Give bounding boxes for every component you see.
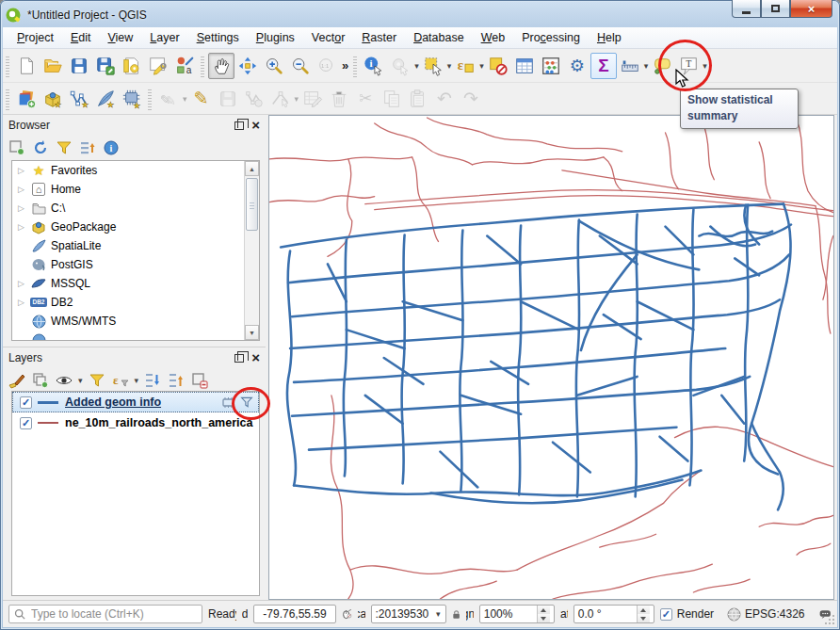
cut-features-button[interactable]: ✂ (352, 86, 379, 112)
scroll-thumb[interactable] (246, 178, 258, 231)
spinner-buttons[interactable] (537, 606, 550, 622)
dropdown-icon[interactable]: ▾ (78, 376, 83, 385)
new-shapefile-layer-button[interactable]: ★ (66, 86, 92, 112)
browser-scrollbar[interactable]: ▲ ▼ (244, 161, 259, 340)
browser-add-layer-button[interactable] (7, 137, 27, 158)
menu-web[interactable]: Web (473, 28, 513, 47)
locator-input[interactable] (29, 606, 185, 622)
tree-item-spatialite[interactable]: SpatiaLite (12, 236, 259, 255)
title-bar[interactable]: *Untitled Project - QGIS × (6, 4, 834, 26)
current-edits-button[interactable]: ✎✎ (155, 86, 182, 112)
menu-plugins[interactable]: Plugins (248, 28, 303, 47)
scale-combobox[interactable]: :20139530▾ (371, 605, 446, 623)
tree-item-cdrive[interactable]: ▷C:\ (12, 199, 259, 218)
tree-item-favorites[interactable]: ▷★Favorites (12, 161, 259, 180)
render-checkbox[interactable]: ✓ (660, 608, 672, 621)
select-by-expression-button[interactable]: ε (452, 53, 478, 79)
vertex-tool-button[interactable] (267, 86, 294, 112)
tree-item-mssql[interactable]: ▷MSSQL (12, 274, 259, 293)
menu-vector[interactable]: Vector (303, 28, 353, 47)
menu-view[interactable]: View (99, 28, 141, 47)
paste-features-button[interactable] (405, 86, 431, 112)
menu-processing[interactable]: Processing (513, 28, 589, 47)
new-geopackage-layer-button[interactable]: ★ (40, 86, 66, 112)
new-print-layout-button[interactable] (119, 53, 145, 79)
maximize-button[interactable] (761, 0, 790, 18)
map-canvas[interactable] (268, 115, 834, 600)
float-panel-icon[interactable] (234, 121, 244, 130)
redo-button[interactable]: ↷ (458, 86, 484, 112)
add-group-button[interactable] (30, 370, 51, 391)
menu-raster[interactable]: Raster (353, 28, 405, 47)
show-statistical-summary-button[interactable]: Σ (590, 53, 617, 79)
dropdown-icon[interactable]: ▾ (135, 376, 139, 385)
minimize-button[interactable] (732, 0, 761, 18)
save-project-as-button[interactable] (92, 53, 119, 79)
dropdown-icon[interactable]: ▾ (644, 61, 649, 71)
pan-map-button[interactable] (208, 53, 234, 79)
toolbar-drag-handle[interactable] (201, 55, 204, 77)
new-temporary-scratch-layer-button[interactable]: ★ (119, 86, 145, 112)
magnifier-spinbox[interactable]: 100% (479, 605, 555, 623)
toolbar-drag-handle[interactable] (353, 55, 357, 77)
expand-icon[interactable]: ▷ (18, 298, 29, 307)
save-project-button[interactable] (66, 53, 92, 79)
menu-database[interactable]: Database (405, 28, 473, 47)
dropdown-icon[interactable]: ▾ (479, 61, 484, 71)
tree-item-db2[interactable]: ▷DB2DB2 (12, 293, 259, 312)
dropdown-icon[interactable]: ▾ (436, 609, 441, 619)
menu-help[interactable]: Help (589, 28, 630, 47)
pan-to-selection-button[interactable] (234, 53, 261, 79)
dropdown-icon[interactable]: ▾ (447, 61, 452, 71)
open-attribute-table-button[interactable] (511, 53, 538, 79)
open-field-calculator-button[interactable] (538, 53, 564, 79)
manage-map-themes-button[interactable] (54, 370, 74, 391)
locator-search[interactable] (8, 605, 202, 623)
extents-mouse-icon[interactable] (342, 606, 352, 622)
save-layer-edits-button[interactable] (215, 86, 241, 112)
expand-all-button[interactable] (142, 370, 163, 391)
filter-legend-button[interactable] (87, 370, 107, 391)
tree-item-wms[interactable]: WMS/WMTS (12, 312, 259, 331)
add-feature-button[interactable] (241, 86, 267, 112)
undo-button[interactable]: ↶ (431, 86, 458, 112)
browser-refresh-button[interactable] (30, 137, 51, 158)
close-panel-icon[interactable]: × (251, 121, 260, 130)
collapse-all-button[interactable] (166, 370, 186, 391)
delete-selected-button[interactable] (326, 86, 352, 112)
resize-grip[interactable] (824, 614, 835, 625)
filter-by-expression-button[interactable]: ε (110, 370, 131, 391)
deselect-features-button[interactable] (485, 53, 511, 79)
expand-icon[interactable]: ▷ (18, 166, 29, 175)
zoom-native-button[interactable]: 1:1 (314, 53, 340, 79)
layers-panel-header[interactable]: Layers × (3, 347, 266, 368)
layer-visibility-checkbox[interactable]: ✓ (20, 396, 32, 409)
tree-item-geopackage[interactable]: ▷GeoPackage (12, 218, 259, 236)
toolbar-drag-handle[interactable] (6, 55, 9, 77)
toolbar-drag-handle[interactable] (148, 88, 152, 110)
zoom-in-button[interactable] (261, 53, 287, 79)
expand-icon[interactable]: ▷ (18, 222, 29, 232)
identify-features-button[interactable]: i (361, 53, 387, 79)
new-project-button[interactable] (13, 53, 40, 79)
rotation-spinbox[interactable]: 0.0 ° (573, 605, 654, 623)
spinner-buttons[interactable] (637, 606, 650, 622)
style-manager-button[interactable]: a (171, 53, 198, 79)
remove-layer-button[interactable] (189, 370, 210, 391)
open-project-button[interactable] (40, 53, 66, 79)
layer-visibility-checkbox[interactable]: ✓ (20, 417, 32, 429)
show-layout-manager-button[interactable] (145, 53, 171, 79)
scroll-up-button[interactable]: ▲ (245, 161, 259, 176)
dropdown-icon[interactable]: ▾ (183, 94, 187, 104)
scroll-down-button[interactable]: ▼ (245, 325, 259, 340)
crs-status-button[interactable]: EPSG:4326 (727, 607, 804, 622)
tree-item-postgis[interactable]: PostGIS (12, 255, 259, 274)
menu-layer[interactable]: Layer (141, 28, 187, 47)
measure-button[interactable] (617, 53, 643, 79)
run-feature-action-button[interactable] (387, 53, 413, 79)
new-spatialite-layer-button[interactable]: ★ (92, 86, 119, 112)
menu-project[interactable]: Project (8, 28, 62, 47)
browser-panel-header[interactable]: Browser × (3, 115, 266, 136)
open-layer-styling-button[interactable] (7, 370, 27, 391)
coordinate-box[interactable]: -79.76,55.59 (253, 605, 336, 623)
